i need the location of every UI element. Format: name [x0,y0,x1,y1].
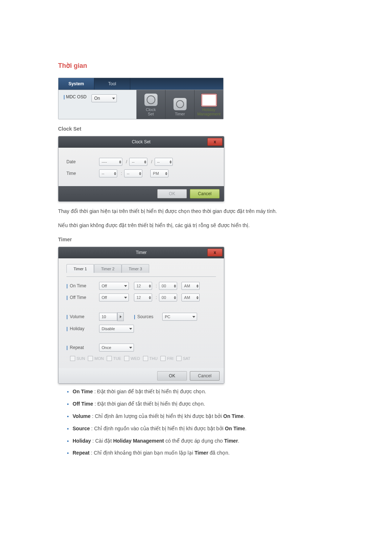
on-time-min-spinner[interactable]: 00 [159,282,177,290]
date-month-spinner[interactable]: -- [129,158,147,166]
divider [66,276,216,277]
cancel-button[interactable]: Cancel [190,189,220,198]
holiday-label: Holiday [70,326,84,331]
off-time-hour: 12 [136,295,141,300]
bold-term: Timer [224,438,238,444]
clock-icon [144,94,158,106]
chevron-up-icon [196,284,199,286]
ok-button[interactable]: OK [157,189,187,198]
checkbox-icon [70,356,75,361]
volume-value: 10 [102,315,106,319]
day-fri-label: FRI [167,356,173,361]
day-thu[interactable]: THU [143,356,158,361]
clock-set-toolbar-button[interactable]: Clock Set [136,90,166,119]
day-wed[interactable]: WED [124,356,140,361]
date-day-spinner[interactable]: -- [155,158,173,166]
time-min-value: -- [127,171,129,176]
repeat-select[interactable]: Once [99,344,134,352]
clock-set-label: Clock Set [146,107,156,116]
time-hour-spinner[interactable]: -- [99,169,117,177]
bold-term: Timer [195,450,208,456]
on-time-state-select[interactable]: Off [99,282,129,290]
sources-label: Sources [137,314,153,319]
ok-button[interactable]: OK [157,371,187,381]
chevron-down-icon [165,174,167,175]
timer-tab-1[interactable]: Timer 1 [66,264,94,273]
volume-stepper[interactable]: 10 [99,312,124,321]
checkbox-icon [160,356,166,361]
off-time-ampm-spinner[interactable]: AM [181,294,200,301]
clock-set-dialog: Clock Set x Date ---- / -- / -- [58,136,224,202]
chevron-up-icon [139,172,141,173]
row-marker-icon: | [66,295,68,300]
list-text: : Chỉ định khoảng thời gian bạn muốn lặp… [90,450,195,456]
tab-tool[interactable]: Tool [94,78,130,90]
off-time-label: Off Time [70,295,86,300]
day-sat[interactable]: SAT [176,356,191,361]
close-button[interactable]: x [207,138,222,146]
timer-label: Timer [175,112,185,116]
day-mon-label: MON [94,356,104,361]
on-time-hour-spinner[interactable]: 12 [134,282,152,290]
list-text: . [238,438,240,444]
off-time-min: 00 [162,295,166,300]
chevron-up-icon [174,296,176,297]
checkbox-icon [124,356,129,361]
time-ampm-spinner[interactable]: PM [150,169,168,177]
system-toolbar-panel: System Tool | | MDC OSD On Clock Set Ti [58,78,224,119]
chevron-down-icon [144,162,146,164]
timer-heading: Timer [58,237,334,242]
chevron-up-icon [144,160,146,162]
date-day-value: -- [157,160,160,164]
mdc-osd-value: On [94,96,100,101]
timer-dialog-title: Timer [136,250,147,255]
time-row: Time -- : -- PM [66,169,216,177]
timer-tabs: Timer 1 Timer 2 Timer 3 [66,264,216,273]
chevron-up-icon [170,160,172,162]
chevron-down-icon [196,298,199,299]
chevron-down-icon [119,162,121,164]
list-item: Repeat : Chỉ định khoảng thời gian bạn m… [73,449,334,457]
bold-term: Source [73,426,90,431]
close-button[interactable]: x [207,249,222,257]
off-time-min-spinner[interactable]: 00 [159,294,177,301]
holiday-value: Disable [102,327,115,331]
day-tue-label: TUE [113,356,121,361]
holiday-toolbar-button[interactable]: Holiday Management [195,90,223,119]
time-min-spinner[interactable]: -- [124,169,142,177]
off-time-state-select[interactable]: Off [99,294,129,301]
tab-system[interactable]: System [58,78,94,90]
on-time-hour: 12 [136,284,141,288]
bold-term: Holiday [73,438,91,444]
day-sun[interactable]: SUN [70,356,85,361]
bold-term: Volume [73,413,91,419]
off-time-hour-spinner[interactable]: 12 [134,294,152,301]
sources-select[interactable]: PC [162,313,197,321]
clock-set-titlebar: Clock Set x [58,136,224,148]
on-time-ampm-spinner[interactable]: AM [181,282,200,290]
on-time-min: 00 [162,284,166,288]
list-text: có thể được áp dụng cho [164,438,224,444]
checkbox-icon [88,356,93,361]
day-mon[interactable]: MON [88,356,104,361]
clock-set-footer: OK Cancel [58,186,224,201]
timer-toolbar-button[interactable]: Timer [166,90,195,119]
caret-down-icon [124,285,127,287]
list-item: Off Time : Đặt thời gian để tắt thiết bị… [73,400,334,409]
chevron-down-icon [114,174,116,175]
timer-tab-3[interactable]: Timer 3 [122,264,149,273]
cancel-button[interactable]: Cancel [190,371,220,381]
day-fri[interactable]: FRI [160,356,173,361]
row-marker-icon: | [66,283,68,288]
day-sat-label: SAT [183,356,191,361]
date-year-spinner[interactable]: ---- [99,158,122,166]
timer-tab-2[interactable]: Timer 2 [94,264,122,273]
close-icon: x [214,250,216,255]
day-tue[interactable]: TUE [107,356,121,361]
repeat-value: Once [102,345,111,350]
list-text: : Đặt thời gian để bật thiết bị hiển thị… [93,389,206,394]
clock-set-desc-1: Thay đổi thời gian hiện tại trên thiết b… [58,207,334,216]
list-item: Holiday : Cài đặt Holiday Management có … [73,437,334,446]
mdc-osd-select[interactable]: On [91,94,117,102]
holiday-select[interactable]: Disable [99,325,134,333]
